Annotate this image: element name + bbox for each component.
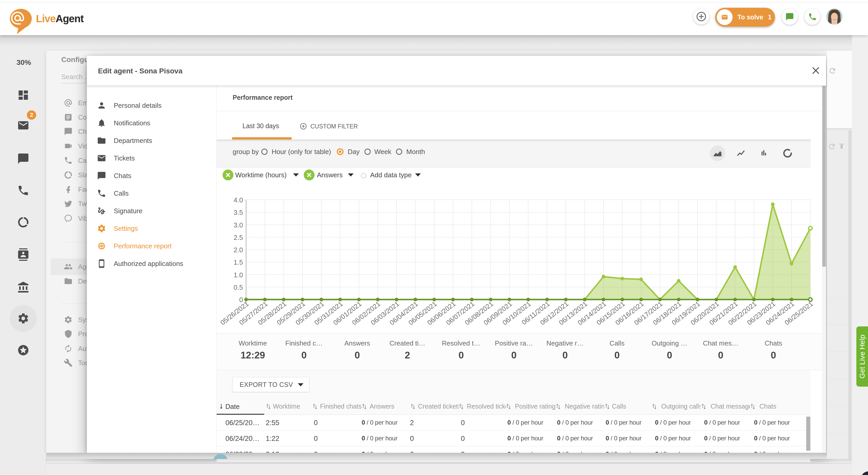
svg-text:4.0: 4.0 xyxy=(234,196,243,204)
svg-text:2.0: 2.0 xyxy=(234,246,243,254)
svg-text:1.5: 1.5 xyxy=(234,258,243,266)
svg-text:3.5: 3.5 xyxy=(234,209,243,216)
svg-text:1.0: 1.0 xyxy=(234,271,243,279)
svg-text:3.0: 3.0 xyxy=(234,221,243,229)
svg-text:0.5: 0.5 xyxy=(234,284,243,291)
svg-text:2.5: 2.5 xyxy=(234,233,243,242)
